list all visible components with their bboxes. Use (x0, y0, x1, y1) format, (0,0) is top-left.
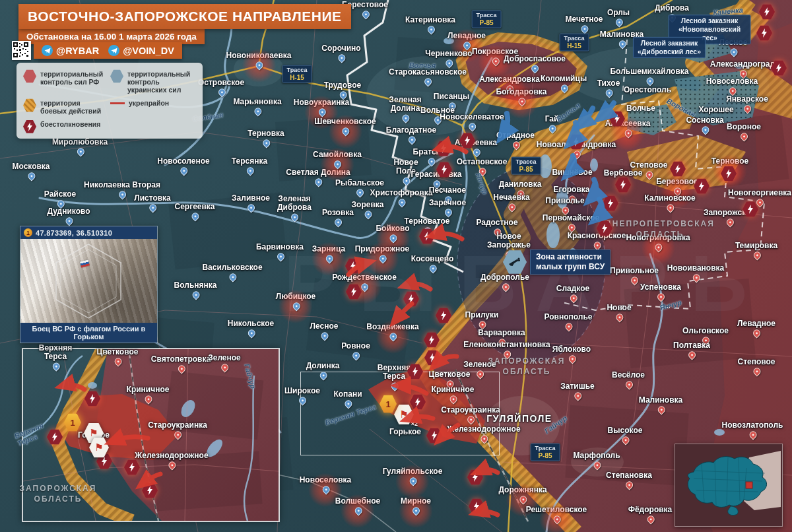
inset-source-rectangle (300, 372, 500, 455)
telegram-handle-voin-dv[interactable]: @VOIN_DV (108, 45, 174, 56)
photo-inset: 1 47.873369, 36.510310 Боец ВС РФ с флаг… (20, 226, 158, 343)
telegram-icon (42, 45, 53, 56)
uav-zone-text: Зона активности малых групп ВСУ (530, 249, 610, 275)
telegram-handle-rybar[interactable]: @RYBAR (42, 45, 99, 56)
ukraine-minimap (675, 444, 783, 527)
legend: территориальный контроль сил РФ территор… (16, 63, 203, 139)
minimap-focus-marker (746, 482, 752, 488)
qr-code (12, 41, 31, 60)
uav-zone-label: Зона активности малых групп ВСУ (503, 249, 610, 275)
photo-marker-number: 1 (24, 228, 32, 237)
photo-image (20, 239, 157, 323)
title-banner: ВОСТОЧНО-ЗАПОРОЖСКОЕ НАПРАВЛЕНИЕ Обстано… (18, 4, 351, 44)
situation-map: БерестовоеКатериновкаЛевадноеЧерненковоП… (0, 0, 792, 532)
inset-zoom-map (22, 348, 280, 522)
telegram-icon (108, 45, 119, 56)
combat-zone-icon (23, 98, 36, 112)
photo-coordinates: 47.873369, 36.510310 (36, 229, 112, 237)
legend-item-rf-control: территориальный контроль сил РФ (23, 69, 108, 94)
legend-item-combat-zone: территория боевых действий (23, 98, 108, 115)
hexagon-watermark (20, 239, 157, 323)
legend-item-fortified: укрепрайон (110, 98, 196, 115)
legend-item-ua-control: территориальный контроль украинских сил (110, 69, 196, 94)
credits-bar: @RYBAR @VOIN_DV (12, 41, 182, 60)
rf-control-icon (23, 69, 36, 83)
ua-control-icon (110, 69, 123, 83)
map-title: ВОСТОЧНО-ЗАПОРОЖСКОЕ НАПРАВЛЕНИЕ (18, 4, 351, 29)
legend-item-clashes: боестолкновения (23, 119, 108, 133)
clash-icon (23, 119, 36, 133)
uav-icon (503, 249, 527, 275)
fortified-line-icon (110, 102, 125, 104)
photo-caption: Боец ВС РФ с флагом России в Горьком (20, 323, 157, 343)
